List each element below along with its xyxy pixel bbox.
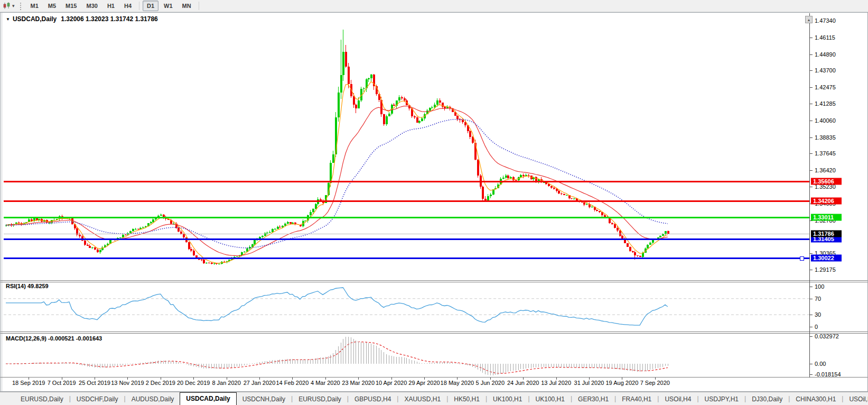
price-tick-label: 1.42475 xyxy=(815,84,836,90)
pane-borders xyxy=(1,13,867,380)
rsi-tick-label: 70 xyxy=(815,296,821,302)
price-tick-label: 1.37645 xyxy=(815,150,836,157)
date-tick-label: 8 Jan 2020 xyxy=(212,380,240,386)
toolbar-separator xyxy=(139,2,139,10)
chart-tab-FRA40-H1[interactable]: FRA40,H1 xyxy=(616,394,657,404)
chart-tab-USDJPY-H1[interactable]: USDJPY,H1 xyxy=(699,394,744,404)
rsi-tick-label: 30 xyxy=(815,311,821,318)
date-tick-label: 13 Jul 2020 xyxy=(541,380,571,386)
price-tick-label: 1.36420 xyxy=(815,167,836,173)
date-tick-label: 29 Apr 2020 xyxy=(408,380,440,386)
date-tick-label: 5 Jun 2020 xyxy=(476,380,505,386)
date-tick-label: 4 Mar 2020 xyxy=(311,380,340,386)
chart-canvas[interactable] xyxy=(1,13,867,391)
chart-tabbar: EURUSD,Daily|USDCHF,Daily|AUDUSD,DailyUS… xyxy=(0,392,868,405)
toolbar-separator xyxy=(199,2,199,10)
macd-histogram xyxy=(6,337,668,375)
level-price-marker: 1.33011 xyxy=(811,214,842,220)
tf-button-H4[interactable]: H4 xyxy=(120,1,136,11)
chart-title: ▼USDCAD,Daily1.32006 1.32023 1.31742 1.3… xyxy=(6,15,158,23)
tf-button-M1[interactable]: M1 xyxy=(26,1,43,11)
mt4-application: ▾ M1M5M15M30H1H4D1W1MN ▼USDCAD,Daily1.32… xyxy=(0,0,868,405)
date-tick-label: 20 Dec 2019 xyxy=(177,380,210,386)
date-tick-label: 13 Nov 2019 xyxy=(111,380,144,386)
timeframe-buttons: M1M5M15M30H1H4D1W1MN xyxy=(26,1,202,11)
chart-tab-GBPUSD-H4[interactable]: GBPUSD,H4 xyxy=(349,394,397,404)
chart-tab-USDCHF-Daily[interactable]: USDCHF,Daily xyxy=(71,394,124,404)
chart-tab-EURUSD-Daily[interactable]: EURUSD,Daily xyxy=(293,394,347,404)
macd-tick-label: 0.032972 xyxy=(815,333,839,339)
candlestick-series xyxy=(5,30,669,265)
rsi-indicator-label: RSI(14) 49.8259 xyxy=(6,283,49,289)
date-tick-label: 18 Sep 2019 xyxy=(12,380,45,386)
price-tick-label: 1.41285 xyxy=(815,100,836,107)
rsi-value: 49.8259 xyxy=(27,283,49,289)
chart-tab-DJ30-Daily[interactable]: DJ30,Daily xyxy=(746,394,788,404)
date-tick-label: 31 Jul 2020 xyxy=(574,380,604,386)
date-tick-label: 7 Oct 2019 xyxy=(48,380,76,386)
tf-button-M5[interactable]: M5 xyxy=(44,1,60,11)
chart-tab-USDCNH-Daily[interactable]: USDCNH,Daily xyxy=(237,394,291,404)
horizontal-level-lines xyxy=(4,182,809,261)
ma-line-5 xyxy=(6,82,668,263)
chevron-down-icon[interactable]: ▾ xyxy=(12,3,15,8)
timeframe-toolbar: ▾ M1M5M15M30H1H4D1W1MN xyxy=(0,0,868,12)
date-tick-label: 7 Sep 2020 xyxy=(640,380,670,386)
toolbar-grip-handle[interactable] xyxy=(20,2,22,10)
date-tick-label: 27 Jan 2020 xyxy=(244,380,276,386)
date-tick-label: 18 May 2020 xyxy=(441,380,474,386)
chart-tab-USDCAD-Daily[interactable]: USDCAD,Daily xyxy=(180,392,236,405)
current-price-marker: 1.31786 xyxy=(811,231,842,237)
tf-button-MN[interactable]: MN xyxy=(178,1,195,11)
level-price-marker: 1.34206 xyxy=(811,197,842,204)
macd-name: MACD(12,26,9) xyxy=(6,335,46,342)
chart-tab-UK100-H1[interactable]: UK100,H1 xyxy=(487,394,528,404)
rsi-name: RSI(14) xyxy=(6,283,26,289)
date-tick-label: 24 Jun 2020 xyxy=(507,380,539,386)
tf-button-H1[interactable]: H1 xyxy=(103,1,119,11)
symbol-period-label: USDCAD,Daily xyxy=(13,15,57,23)
macd-values: -0.000521 -0.001643 xyxy=(48,335,102,342)
price-tick-label: 1.29175 xyxy=(815,266,836,273)
date-tick-label: 14 Feb 2020 xyxy=(276,380,309,386)
date-tick-label: 10 Apr 2020 xyxy=(376,380,407,386)
chart-tab-AUDUSD-Daily[interactable]: AUDUSD,Daily xyxy=(126,394,180,404)
chart-window: ▼USDCAD,Daily1.32006 1.32023 1.31742 1.3… xyxy=(0,12,868,392)
tf-button-M15[interactable]: M15 xyxy=(61,1,81,11)
chart-tab-CHINA300-H1[interactable]: CHINA300,H1 xyxy=(790,394,842,404)
price-tick-label: 1.40060 xyxy=(815,117,836,124)
rsi-pane xyxy=(4,288,809,325)
price-tick-label: 1.38835 xyxy=(815,134,836,141)
chart-tab-USOil-H1[interactable]: USOil,H1 xyxy=(843,394,868,404)
date-tick-label: 25 Oct 2019 xyxy=(79,380,110,386)
chart-tabs: EURUSD,Daily|USDCHF,Daily|AUDUSD,DailyUS… xyxy=(15,392,868,405)
macd-indicator-label: MACD(12,26,9) -0.000521 -0.001643 xyxy=(6,335,102,342)
price-tick-label: 1.47340 xyxy=(815,17,836,24)
tf-button-M30[interactable]: M30 xyxy=(82,1,102,11)
candlestick-chart-icon[interactable] xyxy=(2,2,12,10)
macd-tick-label: -0.018154 xyxy=(815,371,841,378)
chart-tab-HK50-H1[interactable]: HK50,H1 xyxy=(448,394,486,404)
macd-tick-label: 0.00 xyxy=(815,361,826,367)
rsi-tick-label: 100 xyxy=(815,283,824,290)
rsi-tick-label: 0 xyxy=(815,324,818,330)
ohlc-values: 1.32006 1.32023 1.31742 1.31786 xyxy=(61,15,158,23)
level-price-marker: 1.30022 xyxy=(811,255,842,262)
tf-button-W1[interactable]: W1 xyxy=(160,1,177,11)
date-tick-label: 2 Dec 2019 xyxy=(146,380,175,386)
chart-tab-XAUUSD-H1[interactable]: XAUUSD,H1 xyxy=(398,394,446,404)
date-tick-label: 23 Mar 2020 xyxy=(342,380,375,386)
tf-button-D1[interactable]: D1 xyxy=(143,1,158,11)
price-tick-label: 1.44890 xyxy=(815,51,836,58)
level-price-marker: 1.35606 xyxy=(811,178,842,185)
chart-tab-USOil-H4[interactable]: USOil,H4 xyxy=(659,394,697,404)
date-tick-label: 19 Aug 2020 xyxy=(605,380,638,386)
chart-tab-UK100-H1[interactable]: UK100,H1 xyxy=(530,394,571,404)
scroll-up-button[interactable]: ▲ xyxy=(805,16,813,23)
price-tick-label: 1.46115 xyxy=(815,34,835,41)
macd-pane xyxy=(6,342,668,374)
price-tick-label: 1.43700 xyxy=(815,67,836,73)
triangle-down-icon[interactable]: ▼ xyxy=(6,17,10,22)
chart-tab-EURUSD-Daily[interactable]: EURUSD,Daily xyxy=(15,394,69,404)
chart-tab-GER30-H1[interactable]: GER30,H1 xyxy=(572,394,614,404)
